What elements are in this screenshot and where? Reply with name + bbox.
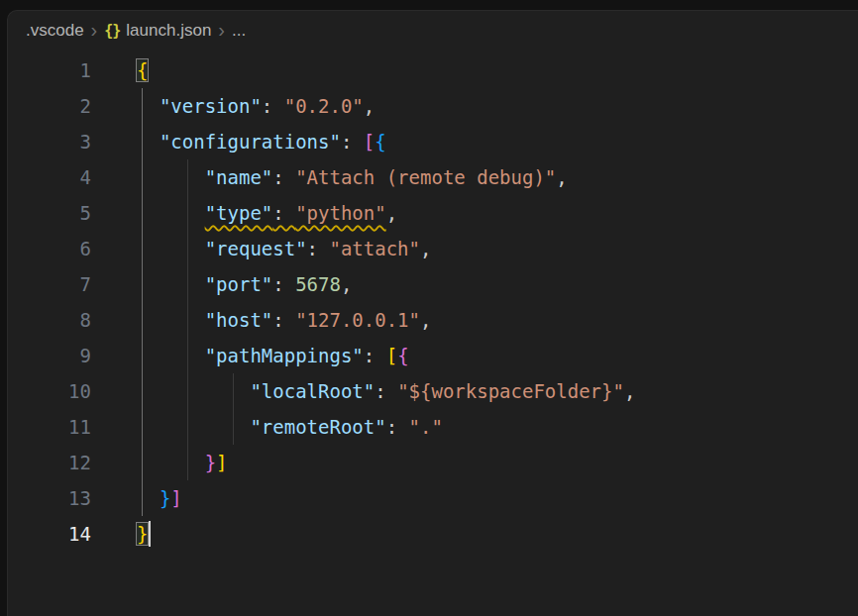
code-line[interactable]: 5 "type": "python", <box>8 195 858 231</box>
code-line-content[interactable]: "request": "attach", <box>137 231 431 266</box>
indent-guide <box>187 231 188 266</box>
indent-guide <box>187 409 188 445</box>
code-line[interactable]: 13 }] <box>8 480 858 516</box>
code-token: "python" <box>295 202 386 224</box>
code-line[interactable]: 7 "port": 5678, <box>8 266 858 302</box>
indent-guide <box>142 338 143 373</box>
code-line[interactable]: 8 "host": "127.0.0.1", <box>8 302 858 338</box>
indent-guide <box>233 409 234 445</box>
indent-whitespace <box>137 487 160 509</box>
code-token: : <box>341 131 364 153</box>
indent-guide <box>142 88 143 124</box>
code-token: ] <box>170 487 181 509</box>
code-token: : <box>272 202 295 224</box>
code-line[interactable]: 1{ <box>8 52 858 88</box>
json-file-icon: {} <box>104 22 120 40</box>
code-line-content[interactable]: "name": "Attach (remote debug)", <box>137 159 568 195</box>
indent-whitespace <box>137 345 205 366</box>
code-token: "pathMappings" <box>205 345 364 366</box>
line-number[interactable]: 13 <box>8 480 91 516</box>
code-token: , <box>420 309 431 331</box>
indent-guide <box>187 195 188 231</box>
code-token: : <box>272 166 295 188</box>
code-token: "name" <box>205 166 273 188</box>
code-line-content[interactable]: "port": 5678, <box>137 266 352 302</box>
code-line[interactable]: 12 }] <box>8 445 858 480</box>
breadcrumb-folder[interactable]: .vscode <box>26 21 84 41</box>
code-line-content[interactable]: }] <box>137 480 182 516</box>
code-token: "127.0.0.1" <box>295 309 420 331</box>
indent-whitespace <box>137 452 205 473</box>
code-line-content[interactable]: "remoteRoot": "." <box>137 409 443 445</box>
breadcrumb: .vscode › {} launch.json › ... <box>8 11 858 51</box>
code-line-content[interactable]: "localRoot": "${workspaceFolder}", <box>137 373 635 409</box>
code-line[interactable]: 10 "localRoot": "${workspaceFolder}", <box>8 373 858 409</box>
code-line-content[interactable]: "host": "127.0.0.1", <box>137 302 431 338</box>
code-token: "type" <box>205 202 273 224</box>
code-token: "configurations" <box>160 131 341 153</box>
indent-whitespace <box>137 309 205 331</box>
line-number[interactable]: 2 <box>8 88 91 124</box>
code-line-content[interactable]: { <box>137 52 148 88</box>
indent-guide <box>142 445 143 480</box>
indent-guide <box>187 266 188 302</box>
code-token: : <box>272 273 295 295</box>
indent-whitespace <box>137 95 160 117</box>
code-token: "localRoot" <box>250 380 375 402</box>
code-line[interactable]: 3 "configurations": [{ <box>8 124 858 159</box>
line-number[interactable]: 3 <box>8 124 91 159</box>
line-number[interactable]: 1 <box>8 52 91 88</box>
code-token: "remoteRoot" <box>250 416 385 438</box>
breadcrumb-file-label: launch.json <box>126 21 211 41</box>
code-line[interactable]: 14} <box>8 516 858 552</box>
code-token: } <box>205 452 216 473</box>
code-token: [ <box>364 131 375 153</box>
indent-guide <box>142 266 143 302</box>
code-line[interactable]: 4 "name": "Attach (remote debug)", <box>8 159 858 195</box>
indent-guide <box>187 302 188 338</box>
code-line-content[interactable]: "pathMappings": [{ <box>137 338 409 373</box>
chevron-right-icon: › <box>218 20 225 40</box>
code-token: : <box>262 95 284 117</box>
indent-whitespace <box>137 238 205 259</box>
line-number[interactable]: 14 <box>8 516 91 552</box>
code-token: 5678 <box>295 273 341 295</box>
code-token: "version" <box>160 95 262 117</box>
code-token: { <box>397 345 408 366</box>
code-token: "." <box>409 416 443 438</box>
indent-guide <box>142 480 143 516</box>
code-token: "attach" <box>329 238 420 259</box>
code-line[interactable]: 11 "remoteRoot": "." <box>8 409 858 445</box>
breadcrumb-symbol-more[interactable]: ... <box>232 21 246 41</box>
code-line[interactable]: 6 "request": "attach", <box>8 231 858 266</box>
indent-guide <box>142 159 143 195</box>
line-number[interactable]: 5 <box>8 195 91 231</box>
editor-lines: 1{2 "version": "0.2.0",3 "configurations… <box>8 52 858 552</box>
line-number[interactable]: 9 <box>8 338 91 373</box>
line-number[interactable]: 7 <box>8 266 91 302</box>
code-token: "request" <box>205 238 307 259</box>
chevron-right-icon: › <box>91 20 98 40</box>
line-number[interactable]: 11 <box>8 409 91 445</box>
indent-whitespace <box>137 202 205 224</box>
code-line[interactable]: 9 "pathMappings": [{ <box>8 338 858 373</box>
code-line-content[interactable]: }] <box>137 445 228 480</box>
code-line-content[interactable]: "type": "python", <box>137 195 397 231</box>
indent-guide <box>142 409 143 445</box>
code-line[interactable]: 2 "version": "0.2.0", <box>8 88 858 124</box>
code-line-content[interactable]: } <box>137 516 148 552</box>
breadcrumb-file[interactable]: {} launch.json <box>104 21 211 41</box>
indent-whitespace <box>137 131 160 153</box>
line-number[interactable]: 12 <box>8 445 91 480</box>
code-line-content[interactable]: "configurations": [{ <box>137 124 386 159</box>
line-number[interactable]: 4 <box>8 159 91 195</box>
line-number[interactable]: 8 <box>8 302 91 338</box>
line-number[interactable]: 6 <box>8 231 91 266</box>
code-token: { <box>137 59 148 81</box>
code-token: ] <box>216 452 227 473</box>
indent-guide <box>187 445 188 480</box>
code-token: } <box>160 487 170 509</box>
code-token: , <box>420 238 431 259</box>
line-number[interactable]: 10 <box>8 373 91 409</box>
code-line-content[interactable]: "version": "0.2.0", <box>137 88 375 124</box>
